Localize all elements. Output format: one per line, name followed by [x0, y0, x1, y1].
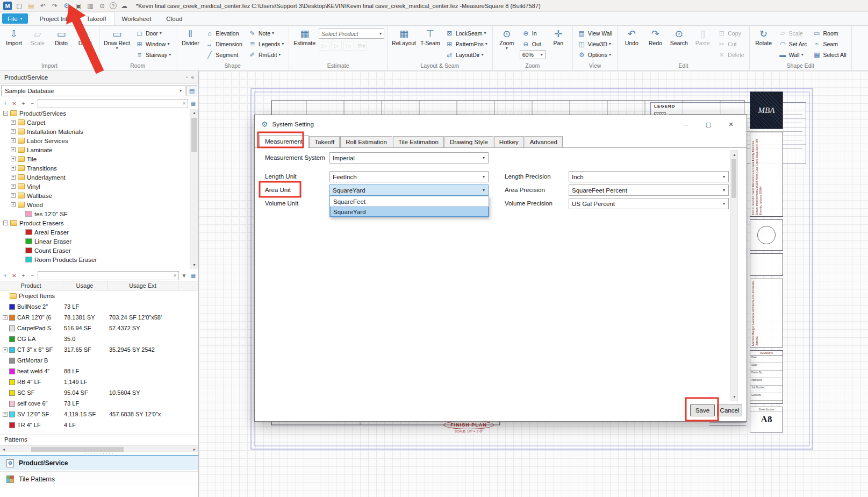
tree-item[interactable]: + Tile [0, 154, 190, 164]
tree-expander[interactable]: − [3, 221, 8, 225]
undo-icon[interactable]: ↶ [39, 2, 47, 10]
tree-expander[interactable]: + [11, 166, 16, 171]
print-icon[interactable]: ▥ [86, 2, 95, 10]
delete-icon[interactable]: ✕ [10, 272, 18, 280]
new-document-icon[interactable]: ▢ [15, 2, 24, 10]
ribbon-button[interactable]: ≡ Stairway ▾ [133, 49, 173, 60]
ribbon-button[interactable]: ⇩ Import [3, 27, 25, 62]
maximize-button[interactable]: ▢ [699, 121, 718, 128]
ribbon-tab[interactable]: Project Info [32, 12, 78, 25]
collapse-all-icon[interactable]: − [28, 272, 37, 280]
ribbon-button[interactable]: ↻ Rotate [752, 27, 775, 62]
table-row[interactable]: CG EA 35.0 [0, 333, 198, 344]
ribbon-button[interactable]: ‖ Divider [179, 27, 202, 62]
clear-icon[interactable]: ✕ [173, 273, 177, 278]
ribbon-tab[interactable]: Worksheet [114, 12, 159, 25]
ribbon-button[interactable]: ▯ Paste [691, 27, 714, 62]
ribbon-button[interactable]: ⊠ LockSeam ▾ [443, 28, 490, 38]
tree-expander[interactable]: + [11, 175, 16, 180]
dialog-tab[interactable]: Takeoff [309, 136, 340, 147]
scrollbar-thumb[interactable] [731, 159, 736, 198]
redo-icon[interactable]: ↷ [51, 2, 59, 10]
save-button[interactable]: Save [690, 404, 715, 416]
tree-item[interactable]: tes 12'0" SF [0, 209, 190, 218]
ribbon-button[interactable]: ◠ Set Arc [777, 39, 809, 49]
ribbon-button[interactable]: ⚙ Options ▾ [576, 49, 615, 60]
ribbon-button[interactable]: ▱ Scale [26, 27, 49, 62]
settings-gear-icon[interactable]: ⚙ [62, 2, 71, 10]
tab-product-service[interactable]: ⚙ Product/Service [0, 455, 198, 470]
ribbon-button[interactable]: ⊖ Out [520, 39, 546, 49]
add-icon[interactable]: + [1, 100, 9, 108]
scroll-down-icon[interactable]: ▼ [190, 261, 198, 269]
items-search-input[interactable]: ✕ [38, 271, 179, 280]
float-panel-icon[interactable]: ▫ [186, 74, 188, 80]
database-select[interactable]: Sample Database ▾ [1, 85, 185, 96]
tree-item[interactable]: − Product Erasers [0, 218, 190, 228]
table-row[interactable]: SC SF 95.04 SF 10.5604 SY [0, 387, 198, 398]
dialog-titlebar[interactable]: ⚙ System Setting – ▢ ✕ [255, 115, 747, 133]
product-search-input[interactable]: ✕ [38, 99, 188, 108]
tree-item[interactable]: Linear Eraser [0, 237, 190, 246]
tree-expander[interactable]: + [11, 184, 16, 189]
ribbon-tab[interactable]: Cloud [159, 12, 190, 25]
ribbon-button[interactable]: ⊙ Search [668, 27, 690, 62]
ribbon-button[interactable]: ⊕ In [520, 28, 546, 38]
dialog-scrollbar[interactable]: ▲ ▼ [730, 150, 738, 401]
tree-scrollbar[interactable]: ▲ ▼ [190, 109, 198, 269]
tree-expander[interactable]: + [11, 193, 16, 198]
add-icon[interactable]: + [1, 272, 9, 280]
collapse-panel-icon[interactable]: « [191, 74, 194, 80]
tree-item[interactable]: + Labor Services [0, 136, 190, 145]
grid-view-icon[interactable]: ▦ [189, 100, 197, 108]
tree-item[interactable]: Room Products Eraser [0, 255, 190, 264]
cancel-button[interactable]: Cancel [717, 404, 742, 416]
tree-item[interactable]: Count Eraser [0, 246, 190, 255]
ribbon-button[interactable]: ≣ Legends ▾ [246, 39, 286, 49]
ribbon-button[interactable]: ▤ View Wall [576, 28, 615, 38]
length-precision-select[interactable]: Inch ▾ [569, 171, 729, 182]
table-row[interactable]: GrtMortar B [0, 355, 198, 366]
ribbon-button[interactable]: ↔ Dimension [203, 39, 245, 49]
ribbon-button[interactable]: ▦ Estimate [292, 27, 317, 62]
ribbon-button[interactable]: ◫ View3D ▾ [576, 39, 615, 49]
measurement-system-select[interactable]: Imperial ▾ [329, 152, 489, 164]
ribbon-button[interactable]: ⊡ Copy [715, 28, 746, 38]
ribbon-button[interactable]: ╱ Segment [203, 49, 245, 60]
estimate-control-button[interactable]: ▷ [319, 41, 329, 51]
ribbon-button[interactable]: ▭ Room [811, 28, 849, 38]
estimate-control-button[interactable]: ▷ [331, 41, 342, 51]
table-row[interactable]: + SV 12'0" SF 4,119.15 SF 457.6838 SY 12… [0, 409, 198, 420]
ribbon-button[interactable]: ≈ Seam [811, 39, 849, 49]
table-row[interactable]: TR 4" LF 4 LF [0, 420, 198, 430]
table-row[interactable]: heat weld 4" 88 LF [0, 366, 198, 377]
table-row[interactable]: CarpetPad S 516.94 SF 57.4372 SY [0, 323, 198, 333]
row-expander[interactable]: + [3, 347, 8, 352]
open-folder-icon[interactable]: ▤ [27, 2, 35, 10]
ribbon-button[interactable]: ⊞ Window ▾ [133, 39, 173, 49]
ribbon-button[interactable]: ✕ Delete [715, 49, 746, 60]
dialog-tab[interactable]: Hotkey [494, 136, 524, 147]
estimate-control-button[interactable]: ⚙ ▾ [356, 41, 367, 51]
area-precision-select[interactable]: SquareFeet Percent ▾ [569, 184, 729, 196]
estimate-control-button[interactable]: ▷ [343, 41, 354, 51]
tree-expander[interactable]: + [11, 147, 16, 152]
dialog-tab[interactable]: Advanced [525, 136, 563, 147]
tree-item[interactable]: − Product/Services [0, 109, 190, 118]
ribbon-button[interactable]: ⊤ T-Seam [419, 27, 442, 62]
ribbon-button[interactable]: ▱ Scale [777, 28, 809, 38]
ribbon-button[interactable]: ⇄ LayoutDir ▾ [443, 49, 490, 60]
zoom-level-select[interactable]: 60% ▾ [520, 50, 546, 59]
tree-item[interactable]: + Carpet [0, 118, 190, 127]
tree-expander[interactable]: + [11, 202, 16, 207]
ribbon-button[interactable]: ⊞ PatternPos ▾ [443, 39, 490, 49]
tree-expander[interactable]: + [11, 129, 16, 134]
ribbon-button[interactable]: ✎ Note ▾ [246, 28, 286, 38]
ribbon-tab[interactable]: Takeoff [78, 12, 114, 25]
dropdown-option[interactable]: SquareFeet [330, 196, 489, 207]
ribbon-button[interactable]: ▭ Disto [50, 27, 73, 62]
ribbon-button[interactable]: ⌂ Elevation [203, 28, 245, 38]
dialog-tab[interactable]: Measurement [259, 135, 309, 148]
volume-precision-select[interactable]: US Gal Percent ▾ [569, 198, 729, 209]
save-icon[interactable]: ▣ [74, 2, 83, 10]
